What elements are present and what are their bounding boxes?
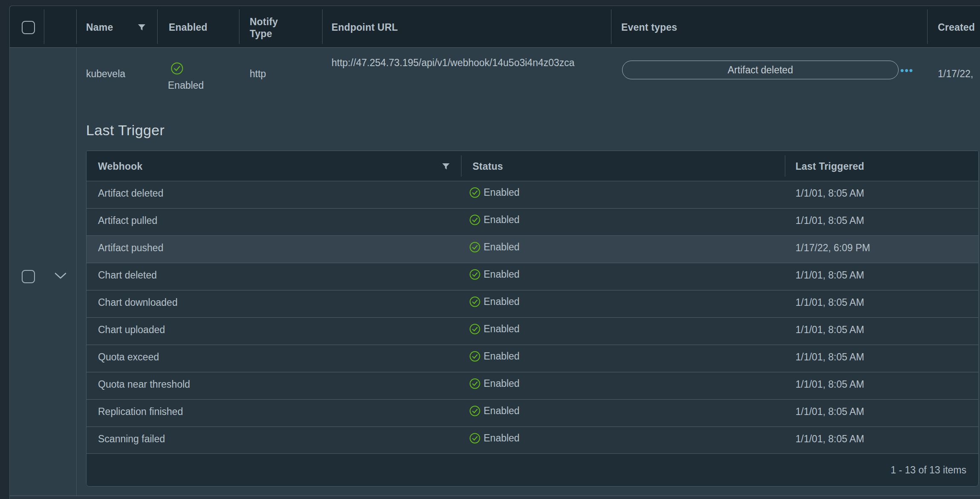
gutter-divider [76,47,77,496]
more-event-types-ellipsis[interactable]: ••• [900,64,914,76]
column-header-endpoint-url[interactable]: Endpoint URL [331,22,398,33]
column-header-notify-type[interactable]: Notify Type [250,16,301,40]
status-label: Enabled [484,241,519,253]
last-triggered-cell: 1/17/22, 6:09 PM [796,242,870,254]
enabled-status-icon [170,62,184,75]
last-triggered-cell: 1/1/01, 8:05 AM [796,297,864,308]
webhook-name-cell: kubevela [86,68,125,80]
column-header-name[interactable]: Name [86,22,113,33]
webhook-cell: Chart downloaded [98,297,178,308]
webhook-cell: Artifact pushed [98,242,163,254]
status-label: Enabled [484,405,519,417]
status-cell: Enabled [469,187,519,198]
status-cell: Enabled [469,241,519,253]
last-trigger-row: Artifact pushedEnabled1/17/22, 6:09 PM [86,236,978,263]
notify-type-cell: http [250,68,266,80]
table-footer: 1 - 13 of 13 items [86,453,978,486]
column-divider [322,9,323,44]
webhook-cell: Chart uploaded [98,324,165,336]
column-header-webhook[interactable]: Webhook [98,161,142,172]
column-divider [785,155,785,177]
last-triggered-cell: 1/1/01, 8:05 AM [796,379,864,390]
status-label: Enabled [484,378,519,389]
last-trigger-row: Quota near thresholdEnabled1/1/01, 8:05 … [86,372,978,400]
last-triggered-cell: 1/1/01, 8:05 AM [796,433,864,445]
enabled-status-icon [469,378,481,389]
last-trigger-row: Quota exceedEnabled1/1/01, 8:05 AM [86,345,978,372]
webhooks-page: { "colors": { "success_green": "#61ba16"… [0,0,980,499]
column-header-enabled[interactable]: Enabled [169,22,208,33]
last-trigger-row: Artifact deletedEnabled1/1/01, 8:05 AM [86,181,978,209]
created-cell: 1/17/22, [938,68,973,80]
pagination-summary: 1 - 13 of 13 items [891,464,966,476]
column-divider [461,155,461,177]
status-label: Enabled [484,187,519,198]
last-triggered-cell: 1/1/01, 8:05 AM [796,270,864,281]
status-label: Enabled [484,214,519,226]
last-trigger-table: Webhook Status Last Triggered Artifact d… [86,151,979,487]
last-triggered-cell: 1/1/01, 8:05 AM [796,215,864,226]
endpoint-url-cell: http://47.254.73.195/api/v1/webhook/14u5… [331,57,608,69]
enabled-status-icon [469,323,481,335]
webhook-cell: Artifact deleted [98,188,163,199]
column-divider [927,9,928,44]
enabled-status-icon [469,269,481,280]
column-divider [239,9,239,44]
webhook-cell: Quota exceed [98,351,159,363]
status-cell: Enabled [469,269,519,280]
last-trigger-row: Artifact pulledEnabled1/1/01, 8:05 AM [86,209,978,236]
select-all-checkbox[interactable] [22,21,35,34]
webhook-cell: Quota near threshold [98,379,190,390]
status-label: Enabled [484,323,519,335]
webhook-filter-icon[interactable] [441,162,450,171]
column-header-status[interactable]: Status [473,161,503,172]
webhooks-table-header: Name Enabled Notify Type Endpoint URL Ev… [10,6,980,48]
status-label: Enabled [484,269,519,280]
collapse-row-chevron-down-icon[interactable] [54,272,67,279]
column-divider [611,9,611,44]
enabled-status-label: Enabled [168,80,204,91]
enabled-status-icon [469,214,481,226]
status-cell: Enabled [469,405,519,417]
next-row-partial [10,496,980,499]
last-triggered-cell: 1/1/01, 8:05 AM [796,406,864,418]
column-divider [76,9,77,44]
webhook-cell: Artifact pulled [98,215,157,226]
webhook-cell: Scanning failed [98,433,165,445]
last-trigger-row: Replication finishedEnabled1/1/01, 8:05 … [86,400,978,427]
status-label: Enabled [484,296,519,308]
enabled-status-icon [469,187,481,198]
status-cell: Enabled [469,214,519,226]
last-trigger-rows: Artifact deletedEnabled1/1/01, 8:05 AMAr… [86,181,978,454]
column-header-last-triggered[interactable]: Last Triggered [796,161,864,172]
last-trigger-row: Scanning failedEnabled1/1/01, 8:05 AM [86,427,978,454]
enabled-status-icon [469,405,481,417]
column-divider [44,9,44,44]
event-type-tag: Artifact deleted [622,61,899,79]
webhooks-datagrid: Name Enabled Notify Type Endpoint URL Ev… [9,6,980,499]
last-trigger-row: Chart deletedEnabled1/1/01, 8:05 AM [86,263,978,290]
enabled-status-icon [469,296,481,308]
enabled-status-icon [469,351,481,362]
last-trigger-row: Chart uploadedEnabled1/1/01, 8:05 AM [86,318,978,345]
webhook-cell: Replication finished [98,406,183,418]
last-triggered-cell: 1/1/01, 8:05 AM [796,351,864,363]
status-label: Enabled [484,351,519,362]
last-triggered-cell: 1/1/01, 8:05 AM [796,324,864,336]
row-checkbox[interactable] [22,270,35,283]
status-cell: Enabled [469,296,519,308]
enabled-status-icon [469,241,481,253]
last-triggered-cell: 1/1/01, 8:05 AM [796,188,864,199]
last-trigger-title: Last Trigger [86,122,164,139]
column-header-created[interactable]: Created [938,22,975,33]
last-trigger-row: Chart downloadedEnabled1/1/01, 8:05 AM [86,290,978,318]
last-trigger-table-header: Webhook Status Last Triggered [86,151,978,181]
status-cell: Enabled [469,351,519,362]
status-label: Enabled [484,432,519,444]
column-divider [157,9,158,44]
name-filter-icon[interactable] [137,23,146,32]
column-header-event-types[interactable]: Event types [621,22,677,33]
status-cell: Enabled [469,378,519,389]
status-cell: Enabled [469,323,519,335]
enabled-status-icon [469,432,481,444]
